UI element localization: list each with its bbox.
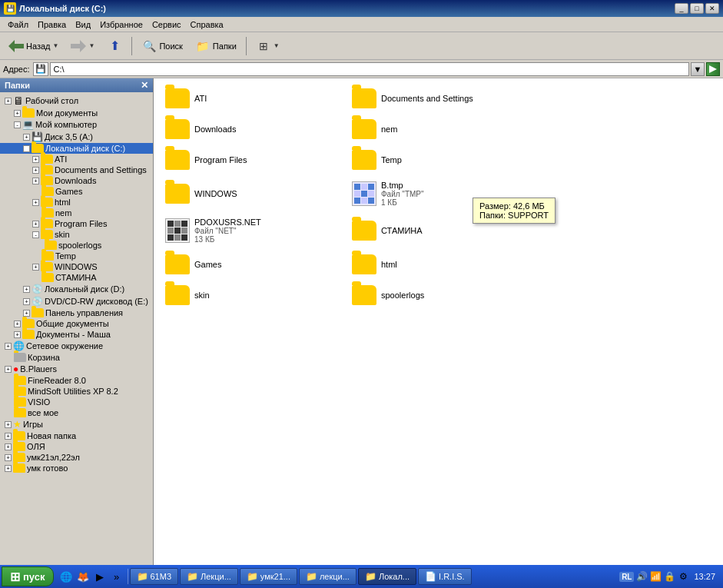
views-button[interactable]: ⊞ ▼ (250, 35, 285, 57)
sidebar-item-downloads[interactable]: + Downloads (0, 175, 153, 186)
sidebar-close-button[interactable]: ✕ (141, 80, 148, 91)
expand-skin[interactable]: - (32, 231, 39, 238)
address-dropdown[interactable]: ▼ (691, 62, 705, 76)
sidebar-item-windows[interactable]: + WINDOWS (0, 261, 153, 272)
sidebar-item-temp[interactable]: Temp (0, 251, 153, 261)
file-item-skin[interactable]: skin (160, 281, 343, 309)
language-button[interactable]: RL (619, 572, 634, 582)
taskbar-item-lekcii1[interactable]: 📁 Лекци... (180, 568, 238, 585)
maximize-button[interactable]: □ (690, 3, 704, 14)
expand-desktop[interactable]: + (5, 98, 12, 105)
taskbar-item-iris[interactable]: 📄 I.R.I.S. (418, 568, 472, 585)
menu-tools[interactable]: Сервис (148, 18, 186, 31)
address-go-button[interactable] (706, 62, 720, 76)
expand-mashadocs[interactable]: + (14, 331, 21, 338)
taskbar-item-lekcii2[interactable]: 📁 лекци... (299, 568, 357, 585)
expand-novayapapka[interactable]: + (5, 433, 12, 440)
ql-browser-icon[interactable]: 🦊 (75, 569, 91, 584)
expand-floppy[interactable]: + (23, 134, 30, 141)
expand-igry[interactable]: + (5, 421, 12, 428)
address-input[interactable] (50, 62, 689, 76)
expand-docsettings[interactable]: + (32, 167, 39, 174)
expand-mycomputer[interactable]: - (14, 121, 21, 128)
file-item-games[interactable]: Games (160, 251, 343, 278)
search-button[interactable]: 🔍 Поиск (136, 35, 187, 57)
sidebar-item-mindsoft[interactable]: MindSoft Utilities XP 8.2 (0, 386, 153, 397)
file-item-programfiles[interactable]: Program Files (160, 146, 343, 174)
sidebar-item-umk21el[interactable]: + умк21эл,22эл (0, 452, 153, 463)
sidebar-item-edrive[interactable]: + 💿 DVD/CD-RW дисковод (E:) (0, 295, 153, 307)
views-dropdown-icon[interactable]: ▼ (274, 42, 280, 49)
sidebar-item-ati[interactable]: + ATI (0, 154, 153, 164)
sidebar-item-vsemoe[interactable]: все мое (0, 407, 153, 418)
sidebar-item-programfiles[interactable]: + Program Files (0, 218, 153, 229)
expand-windows[interactable]: + (32, 264, 39, 271)
menu-file[interactable]: Файл (3, 18, 33, 31)
file-item-pdoxusrs[interactable]: PDOXUSRS.NET Файл "NET" 13 КБ (160, 214, 343, 247)
file-item-windows[interactable]: WINDOWS (160, 177, 343, 211)
expand-umkgotovo[interactable]: + (5, 465, 12, 472)
file-item-docsettings[interactable]: Documents and Settings (347, 85, 530, 112)
sidebar-item-mydocs[interactable]: + Мои документы (0, 108, 153, 118)
menu-favorites[interactable]: Избранное (95, 18, 148, 31)
file-item-downloads[interactable]: Downloads (160, 115, 343, 143)
expand-programfiles[interactable]: + (32, 221, 39, 228)
expand-shareddocs[interactable]: + (14, 321, 21, 327)
expand-umk21el[interactable]: + (5, 454, 12, 461)
expand-downloads[interactable]: + (32, 178, 39, 184)
sidebar-item-nem[interactable]: nem (0, 208, 153, 218)
sidebar-item-network[interactable]: + 🌐 Сетевое окружение (0, 340, 153, 352)
sidebar-item-skin[interactable]: - skin (0, 229, 153, 240)
expand-cdrive[interactable]: - (23, 145, 30, 152)
sidebar-item-ddrive[interactable]: + 💿 Локальный диск (D:) (0, 283, 153, 295)
forward-dropdown-icon[interactable]: ▼ (88, 42, 95, 49)
folders-button[interactable]: 📁 Папки (190, 35, 242, 57)
expand-olya[interactable]: + (5, 443, 12, 450)
ql-more-icon[interactable]: » (109, 569, 124, 584)
sidebar-item-stamina[interactable]: СТАМИНА (0, 272, 153, 283)
file-item-html[interactable]: html (347, 251, 530, 278)
minimize-button[interactable]: _ (675, 3, 688, 14)
sidebar-item-html[interactable]: + html (0, 197, 153, 208)
expand-controlpanel[interactable]: + (23, 310, 30, 317)
back-button[interactable]: Назад ▼ (3, 35, 64, 57)
sidebar-item-igry[interactable]: + ★ Игры (0, 418, 153, 430)
ql-ie-icon[interactable]: 🌐 (58, 569, 74, 584)
expand-network[interactable]: + (5, 343, 12, 350)
close-button[interactable]: ✕ (705, 3, 719, 14)
expand-html[interactable]: + (32, 199, 39, 206)
file-item-spoolerlogs[interactable]: spoolerlogs (347, 281, 530, 309)
forward-button[interactable]: ▼ (65, 35, 100, 57)
up-button[interactable]: ⬆ (101, 35, 128, 57)
ql-media-icon[interactable]: ▶ (92, 569, 108, 584)
sidebar-item-games[interactable]: Games (0, 186, 153, 197)
expand-ati[interactable]: + (32, 156, 39, 163)
sidebar-item-cdrive[interactable]: - Локальный диск (C:) (0, 143, 153, 154)
expand-bplayers[interactable]: + (5, 366, 12, 373)
sidebar-item-floppy[interactable]: + 💾 Диск 3,5 (A:) (0, 131, 153, 143)
file-item-temp[interactable]: Temp (347, 146, 530, 174)
sidebar-item-finereader[interactable]: FineReader 8.0 (0, 375, 153, 386)
taskbar-item-lokal[interactable]: 📁 Локал... (358, 568, 416, 585)
sidebar-item-mycomputer[interactable]: - 💻 Мой компьютер (0, 118, 153, 131)
sidebar-item-umkgotovo[interactable]: + умк готово (0, 463, 153, 473)
expand-edrive[interactable]: + (23, 298, 30, 305)
expand-mydocs[interactable]: + (14, 110, 21, 117)
sidebar-item-spoolerlogs[interactable]: spoolerlogs (0, 240, 153, 251)
sidebar-item-bplayers[interactable]: + ● B.Plauers (0, 363, 153, 375)
expand-ddrive[interactable]: + (23, 286, 30, 293)
menu-edit[interactable]: Правка (33, 18, 71, 31)
taskbar-item-umk21[interactable]: 📁 умк21... (240, 568, 297, 585)
sidebar-item-recycle[interactable]: Корзина (0, 352, 153, 363)
taskbar-item-61m3[interactable]: 📁 61М3 (130, 568, 179, 585)
menu-help[interactable]: Справка (186, 18, 228, 31)
sidebar-item-docsettings[interactable]: + Documents and Settings (0, 164, 153, 175)
sidebar-item-olya[interactable]: + ОЛЯ (0, 441, 153, 452)
sidebar-item-visio[interactable]: VISIO (0, 397, 153, 407)
start-button[interactable]: ⊞ пуск (2, 566, 54, 586)
sidebar-item-novayapapka[interactable]: + Новая папка (0, 430, 153, 441)
file-item-nem[interactable]: nem (347, 115, 530, 143)
sidebar-item-mashadocs[interactable]: + Документы - Маша (0, 329, 153, 340)
file-item-ati[interactable]: ATI (160, 85, 343, 112)
back-dropdown-icon[interactable]: ▼ (53, 42, 59, 49)
